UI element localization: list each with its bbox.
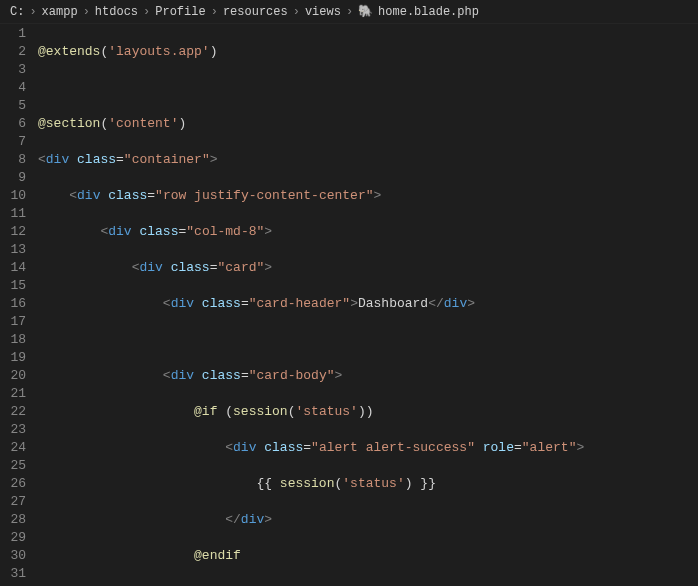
line-number: 5 xyxy=(0,97,26,115)
chevron-right-icon: › xyxy=(83,5,90,19)
breadcrumb-segment[interactable]: xampp xyxy=(42,5,78,19)
line-number: 31 xyxy=(0,565,26,583)
breadcrumb: C:› xampp› htdocs› Profile› resources› v… xyxy=(0,0,698,24)
line-number: 13 xyxy=(0,241,26,259)
line-number: 18 xyxy=(0,331,26,349)
line-number: 15 xyxy=(0,277,26,295)
chevron-right-icon: › xyxy=(29,5,36,19)
code-editor[interactable]: 1 2 3 4 5 6 7 8 9 10 11 12 13 14 15 16 1… xyxy=(0,24,698,586)
line-number-gutter: 1 2 3 4 5 6 7 8 9 10 11 12 13 14 15 16 1… xyxy=(0,24,38,586)
line-number: 21 xyxy=(0,385,26,403)
line-number: 4 xyxy=(0,79,26,97)
line-number: 7 xyxy=(0,133,26,151)
chevron-right-icon: › xyxy=(211,5,218,19)
line-number: 11 xyxy=(0,205,26,223)
php-file-icon: 🐘 xyxy=(358,4,373,19)
line-number: 6 xyxy=(0,115,26,133)
line-number: 9 xyxy=(0,169,26,187)
line-number: 16 xyxy=(0,295,26,313)
line-number: 12 xyxy=(0,223,26,241)
breadcrumb-segment[interactable]: Profile xyxy=(155,5,205,19)
breadcrumb-segment[interactable]: htdocs xyxy=(95,5,138,19)
breadcrumb-segment[interactable]: C: xyxy=(10,5,24,19)
chevron-right-icon: › xyxy=(346,5,353,19)
line-number: 29 xyxy=(0,529,26,547)
line-number: 28 xyxy=(0,511,26,529)
line-number: 3 xyxy=(0,61,26,79)
line-number: 2 xyxy=(0,43,26,61)
line-number: 25 xyxy=(0,457,26,475)
breadcrumb-segment[interactable]: views xyxy=(305,5,341,19)
line-number: 8 xyxy=(0,151,26,169)
line-number: 20 xyxy=(0,367,26,385)
chevron-right-icon: › xyxy=(143,5,150,19)
line-number: 19 xyxy=(0,349,26,367)
code-content[interactable]: @extends('layouts.app') @section('conten… xyxy=(38,24,698,586)
line-number: 14 xyxy=(0,259,26,277)
line-number: 30 xyxy=(0,547,26,565)
line-number: 24 xyxy=(0,439,26,457)
breadcrumb-file[interactable]: home.blade.php xyxy=(378,5,479,19)
line-number: 26 xyxy=(0,475,26,493)
line-number: 17 xyxy=(0,313,26,331)
line-number: 27 xyxy=(0,493,26,511)
line-number: 23 xyxy=(0,421,26,439)
line-number: 22 xyxy=(0,403,26,421)
breadcrumb-segment[interactable]: resources xyxy=(223,5,288,19)
line-number: 1 xyxy=(0,25,26,43)
chevron-right-icon: › xyxy=(293,5,300,19)
line-number: 10 xyxy=(0,187,26,205)
